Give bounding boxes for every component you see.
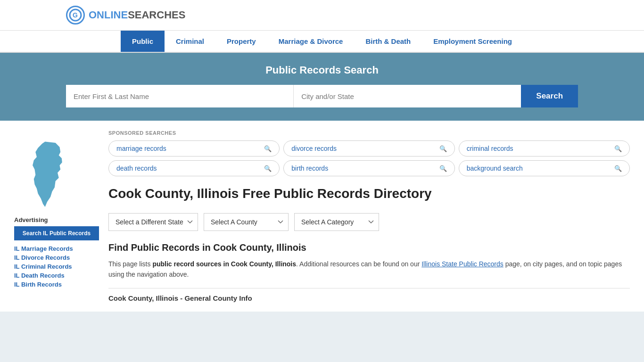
sidebar-link-divorce[interactable]: IL Divorce Records bbox=[14, 254, 99, 261]
name-input[interactable] bbox=[66, 85, 294, 107]
county-info-heading: Cook County, Illinois - General County I… bbox=[108, 294, 630, 302]
search-button[interactable]: Search bbox=[521, 85, 578, 107]
state-map bbox=[19, 140, 75, 210]
main-nav: Public Criminal Property Marriage & Divo… bbox=[0, 31, 644, 53]
nav-marriage-divorce[interactable]: Marriage & Divorce bbox=[267, 31, 355, 52]
search-icon-criminal: 🔍 bbox=[614, 145, 622, 152]
sponsored-label: SPONSORED SEARCHES bbox=[108, 130, 630, 136]
logo-text: ONLINESEARCHES bbox=[89, 9, 185, 21]
illinois-state-link[interactable]: Illinois State Public Records bbox=[421, 260, 504, 268]
nav-property[interactable]: Property bbox=[215, 31, 267, 52]
county-dropdown[interactable]: Select A County bbox=[204, 213, 289, 231]
nav-birth-death[interactable]: Birth & Death bbox=[354, 31, 422, 52]
sidebar-link-death[interactable]: IL Death Records bbox=[14, 272, 99, 279]
find-heading: Find Public Records in Cook County, Illi… bbox=[108, 242, 630, 253]
page-heading: Cook County, Illinois Free Public Record… bbox=[108, 186, 432, 202]
logo-icon: G bbox=[66, 6, 85, 25]
sidebar-ad-label: Advertising bbox=[14, 216, 99, 223]
search-icon-death: 🔍 bbox=[264, 165, 272, 172]
sponsored-tag-marriage[interactable]: marriage records 🔍 bbox=[108, 140, 280, 156]
sponsored-tag-criminal[interactable]: criminal records 🔍 bbox=[459, 140, 630, 156]
sponsored-tag-divorce[interactable]: divorce records 🔍 bbox=[283, 140, 454, 156]
sidebar-link-birth[interactable]: IL Birth Records bbox=[14, 281, 99, 288]
nav-public[interactable]: Public bbox=[121, 31, 165, 52]
search-icon-background: 🔍 bbox=[614, 165, 622, 172]
sidebar-link-marriage[interactable]: IL Marriage Records bbox=[14, 245, 99, 252]
search-bar: Search bbox=[66, 85, 578, 107]
search-icon-marriage: 🔍 bbox=[264, 145, 272, 152]
search-icon-birth: 🔍 bbox=[439, 165, 447, 172]
svg-text:G: G bbox=[73, 11, 78, 19]
dropdowns-row: Select a Different State Select A County… bbox=[108, 213, 630, 231]
hero-section: Public Records Search Search bbox=[0, 53, 644, 121]
hero-title: Public Records Search bbox=[66, 64, 578, 76]
header: G ONLINESEARCHES Public Criminal Propert… bbox=[0, 0, 644, 121]
sponsored-tag-birth[interactable]: birth records 🔍 bbox=[283, 160, 454, 176]
sponsored-grid: marriage records 🔍 divorce records 🔍 cri… bbox=[108, 140, 630, 176]
logo: G ONLINESEARCHES bbox=[66, 6, 185, 25]
nav-employment[interactable]: Employment Screening bbox=[422, 31, 523, 52]
nav-criminal[interactable]: Criminal bbox=[165, 31, 215, 52]
category-dropdown[interactable]: Select A Category bbox=[294, 213, 379, 231]
search-icon-divorce: 🔍 bbox=[439, 145, 447, 152]
section-divider bbox=[108, 288, 630, 288]
sponsored-tag-background[interactable]: background search 🔍 bbox=[459, 160, 630, 176]
page-heading-area: Cook County, Illinois Free Public Record… bbox=[108, 186, 630, 202]
find-description: This page lists public record sources in… bbox=[108, 259, 630, 280]
sponsored-tag-death[interactable]: death records 🔍 bbox=[108, 160, 280, 176]
main-container: Advertising Search IL Public Records IL … bbox=[0, 121, 644, 312]
state-dropdown[interactable]: Select a Different State bbox=[108, 213, 198, 231]
content-area: SPONSORED SEARCHES marriage records 🔍 di… bbox=[108, 130, 630, 302]
search-il-button[interactable]: Search IL Public Records bbox=[14, 226, 99, 240]
sidebar: Advertising Search IL Public Records IL … bbox=[14, 130, 108, 302]
sidebar-link-criminal[interactable]: IL Criminal Records bbox=[14, 263, 99, 270]
city-input[interactable] bbox=[294, 85, 521, 107]
